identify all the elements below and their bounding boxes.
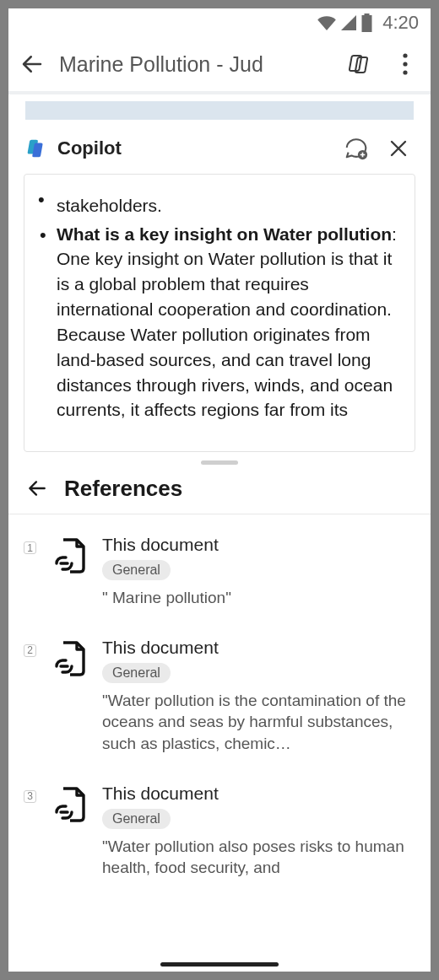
reference-index-badge: 1 [24, 541, 36, 554]
copilot-panel-header: Copilot [8, 120, 431, 174]
arrow-left-icon [26, 477, 48, 499]
status-bar: 4:20 [8, 8, 431, 37]
reference-badge: General [102, 663, 171, 683]
reference-title: This document [102, 783, 415, 804]
back-button[interactable] [17, 49, 47, 79]
references-title: References [64, 476, 182, 502]
battery-icon [361, 13, 372, 32]
references-list: 1 This document General " Marine polluti… [8, 526, 431, 879]
copilot-response[interactable]: • stakeholders. What is a key insight on… [24, 174, 415, 452]
reference-badge: General [102, 809, 171, 829]
references-header: References [8, 470, 431, 514]
home-indicator[interactable] [160, 962, 279, 967]
response-bullet: What is a key insight on Water pollution… [57, 222, 401, 423]
svg-rect-1 [365, 13, 370, 15]
document-canvas [8, 94, 431, 120]
bullet-body: : One key insight on Water pollution is … [57, 224, 397, 420]
reference-title: This document [102, 535, 415, 555]
kebab-icon [403, 53, 408, 75]
reference-index-badge: 2 [24, 644, 36, 657]
document-title: Marine Pollution - Jud [59, 52, 331, 77]
reference-quote: "Water pollution is the contamination of… [102, 690, 415, 755]
new-chat-button[interactable] [339, 132, 373, 165]
copilot-logo-icon [24, 136, 49, 161]
copilot-panel-title: Copilot [57, 137, 331, 159]
copilot-glyph-icon [346, 51, 373, 78]
chat-plus-icon [344, 136, 369, 161]
overflow-menu-button[interactable] [388, 47, 422, 81]
svg-point-2 [403, 53, 407, 57]
document-link-icon [50, 536, 89, 575]
divider [8, 514, 431, 514]
sheet-drag-row [8, 452, 431, 470]
reference-badge: General [102, 560, 171, 580]
close-button[interactable] [382, 132, 415, 165]
document-link-icon [50, 785, 89, 824]
status-time: 4:20 [382, 12, 419, 34]
reference-item[interactable]: 1 This document General " Marine polluti… [24, 535, 415, 609]
copilot-header-button[interactable] [343, 47, 377, 81]
bullet-heading: What is a key insight on Water pollution [57, 224, 392, 244]
document-selection [25, 101, 414, 120]
reference-title: This document [102, 638, 415, 658]
close-icon [388, 138, 409, 159]
reference-index-badge: 3 [24, 790, 36, 803]
svg-point-3 [403, 62, 407, 66]
cell-signal-icon [341, 15, 356, 30]
svg-rect-0 [362, 15, 372, 32]
arrow-left-icon [19, 51, 45, 77]
reference-quote: " Marine pollution" [102, 587, 415, 609]
drag-handle[interactable] [201, 460, 238, 465]
svg-point-4 [403, 70, 407, 74]
document-link-icon [50, 639, 89, 678]
reference-item[interactable]: 3 This document General "Water pollution… [24, 783, 415, 879]
app-header: Marine Pollution - Jud [8, 37, 431, 91]
reference-item[interactable]: 2 This document General "Water pollution… [24, 638, 415, 755]
references-back-button[interactable] [24, 475, 51, 502]
reference-quote: "Water pollution also poses risks to hum… [102, 836, 415, 879]
wifi-icon [317, 15, 336, 30]
